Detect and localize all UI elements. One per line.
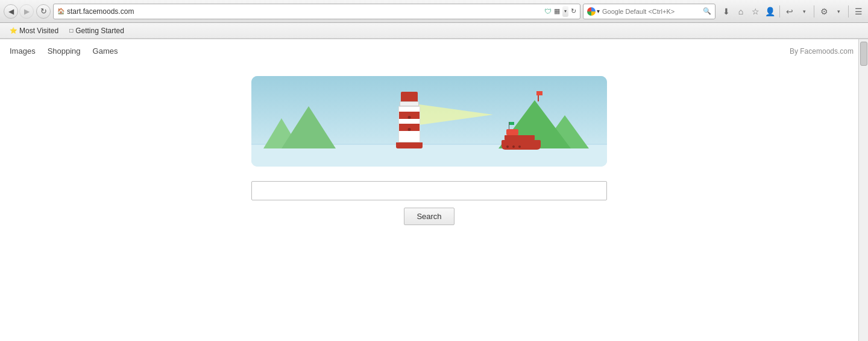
lighthouse-base (396, 142, 423, 148)
toolbar-divider-3 (848, 5, 849, 18)
forward-button[interactable]: ▶ (19, 4, 34, 19)
flag (536, 91, 542, 95)
nav-images[interactable]: Images (10, 46, 36, 56)
lighthouse-lamp (400, 101, 419, 106)
lighthouse-top (401, 92, 418, 101)
ship-flag-flag (509, 122, 514, 125)
search-engine-selector[interactable]: ▾ (587, 7, 600, 16)
search-container: Search (251, 181, 607, 225)
browser-search-bar[interactable]: ▾ 🔍 (583, 4, 715, 19)
bookmark-label-2: Getting Started (75, 27, 124, 35)
back-button[interactable]: ◀ (4, 4, 18, 19)
account-icon[interactable]: 👤 (764, 5, 776, 18)
hero-illustration (251, 76, 607, 167)
mountain-left-large (281, 106, 336, 148)
address-dropdown[interactable]: ▾ (562, 6, 568, 17)
address-favicon: 🏠 (57, 8, 64, 14)
search-button[interactable]: Search (404, 208, 454, 225)
main-area: Images Shopping Games By Facemoods.com (0, 39, 858, 341)
search-engine-label: ▾ (597, 8, 600, 14)
browser-search-submit[interactable]: 🔍 (703, 7, 711, 15)
undo-icon[interactable]: ↩ (784, 5, 796, 18)
light-beam (415, 104, 493, 126)
nav-buttons: ◀ ▶ (4, 4, 34, 19)
address-bar[interactable]: 🏠 🛡 ▦ ▾ ↻ (53, 4, 580, 19)
ship (502, 140, 541, 150)
ship-dot-2 (512, 145, 515, 148)
home-icon[interactable]: ⌂ (735, 5, 747, 18)
nav-shopping[interactable]: Shopping (48, 46, 81, 56)
toolbar-icons: ⬇ ⌂ ☆ 👤 ↩ ▾ ⚙ ▾ ☰ (720, 5, 864, 18)
browser-toolbar: ◀ ▶ ↻ 🏠 🛡 ▦ ▾ ↻ ▾ 🔍 ⬇ ⌂ ☆ 👤 (0, 0, 868, 23)
nav-games[interactable]: Games (93, 46, 118, 56)
address-input[interactable] (67, 7, 542, 16)
bookmark-favicon-2: □ (69, 27, 73, 34)
bookmark-label-1: Most Visited (19, 27, 58, 35)
reload-button[interactable]: ↻ (36, 4, 51, 19)
lighthouse-dot-2 (408, 128, 411, 131)
attribution: By Facemoods.com (790, 47, 854, 56)
ship-dot-1 (506, 145, 509, 148)
browser-chrome: ◀ ▶ ↻ 🏠 🛡 ▦ ▾ ↻ ▾ 🔍 ⬇ ⌂ ☆ 👤 (0, 0, 868, 39)
ship-body (502, 140, 541, 150)
google-logo (587, 7, 596, 16)
menu-icon[interactable]: ☰ (852, 5, 864, 18)
ship-deck (505, 135, 535, 140)
ship-dot-3 (518, 145, 521, 148)
customize-icon[interactable]: ⚙ (818, 5, 830, 18)
qr-icon[interactable]: ▦ (554, 7, 560, 15)
bookmark-getting-started[interactable]: □ Getting Started (64, 25, 129, 36)
lighthouse-dot-1 (408, 116, 411, 119)
lighthouse (396, 92, 423, 148)
bookmarks-bar: ⭐ Most Visited □ Getting Started (0, 23, 868, 39)
undo-dropdown-icon[interactable]: ▾ (798, 5, 810, 18)
nav-links: Images Shopping Games (10, 44, 118, 58)
page-content: Images Shopping Games By Facemoods.com (0, 39, 868, 341)
search-input[interactable] (251, 181, 607, 200)
shield-icon: 🛡 (544, 7, 552, 16)
toolbar-divider-2 (814, 5, 814, 18)
bookmark-icon[interactable]: ☆ (749, 5, 761, 18)
browser-search-input[interactable] (602, 8, 700, 15)
download-icon[interactable]: ⬇ (720, 5, 732, 18)
ship-dots (506, 145, 521, 148)
toolbar-divider-1 (779, 5, 780, 18)
page-refresh[interactable]: ↻ (571, 7, 576, 15)
center-content: Search (10, 76, 849, 225)
scrollbar[interactable] (858, 39, 868, 341)
ship-cabin (506, 129, 518, 135)
scrollbar-thumb[interactable] (860, 42, 867, 66)
bookmark-most-visited[interactable]: ⭐ Most Visited (5, 25, 63, 36)
bookmark-favicon-1: ⭐ (10, 27, 17, 34)
lighthouse-body (398, 106, 420, 142)
customize-dropdown-icon[interactable]: ▾ (832, 5, 844, 18)
